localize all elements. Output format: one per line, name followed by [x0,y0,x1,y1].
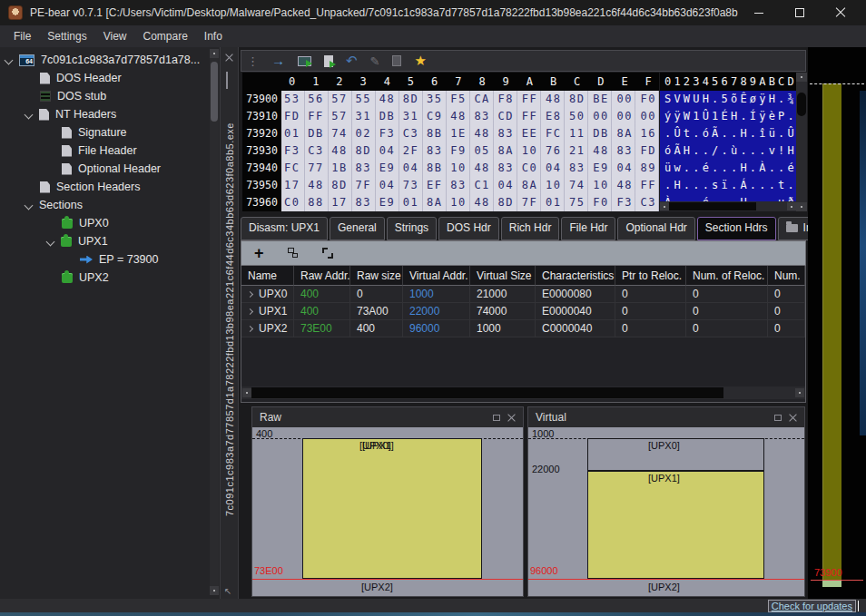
chevron-down-icon[interactable] [46,237,55,246]
menu-settings[interactable]: Settings [39,27,94,45]
file-minimap[interactable]: 73900 [808,47,866,599]
scroll-down-button[interactable] [796,202,807,211]
panel-close-icon[interactable] [789,414,797,422]
cell-characteristics[interactable]: C0000040 [536,320,615,337]
scroll-right-button[interactable] [795,388,804,397]
cell-virtual-size[interactable]: 74000 [470,303,536,320]
tree-item-section-headers[interactable]: Section Headers [0,178,220,196]
tab-optional-hdr[interactable]: Optional Hdr [617,217,694,240]
tree-item-sections[interactable]: Sections [0,196,220,214]
cell-raw-addr[interactable]: 400 [294,286,350,303]
ascii-vertical-scrollbar[interactable] [796,73,807,211]
tree-item-dos-stub[interactable]: DOS stub [0,87,220,105]
close-button[interactable] [820,0,861,25]
scroll-right-button[interactable] [787,202,796,210]
ascii-horizontal-scrollbar[interactable] [660,201,796,211]
cell-virtual-size[interactable]: 21000 [470,286,536,303]
cell-raw-size[interactable]: 73A00 [350,303,403,320]
check-updates-link[interactable]: Check for updates [768,600,856,612]
export-icon[interactable] [324,55,333,67]
chevron-right-icon[interactable] [247,308,253,314]
chevron-down-icon[interactable] [25,110,34,119]
toolbar-grip-icon[interactable]: ⋮ [247,54,259,68]
menu-info[interactable]: Info [196,27,231,45]
minimap-section-bar[interactable] [822,83,841,580]
chevron-down-icon[interactable] [5,55,14,64]
cell-characteristics[interactable]: E0000040 [536,303,615,320]
hex-byte-row[interactable]: FC 77 1B 83 E9 04 8B 10 48 83 C0 04 83 E… [281,160,659,177]
cell-virtual-addr[interactable]: 96000 [403,320,470,337]
scrollbar-thumb[interactable] [797,93,806,116]
cell-raw-addr[interactable]: 400 [294,303,350,320]
cell-raw-size[interactable]: 0 [350,286,403,303]
tab-dos-hdr[interactable]: DOS Hdr [438,217,499,240]
edit-pencil-icon[interactable]: ✎ [370,54,380,68]
column-header-num[interactable]: Num. [768,266,805,286]
table-horizontal-scrollbar[interactable] [241,386,805,399]
add-section-button[interactable]: + [254,245,264,261]
table-row-upx1-name[interactable]: UPX1 [241,303,294,320]
panel-float-icon[interactable] [493,415,500,421]
column-header-virtual-size[interactable]: Virtual Size [470,266,536,286]
column-header-ptr-reloc[interactable]: Ptr to Reloc. [615,266,686,286]
cell-ptr-reloc[interactable]: 0 [615,320,686,337]
follow-arrow-icon[interactable]: → [271,54,285,67]
tree-item-nt-headers[interactable]: NT Headers [0,105,220,123]
scrollbar-thumb[interactable] [211,62,218,122]
column-header-raw-size[interactable]: Raw size [350,266,403,286]
tree-item-root[interactable]: 64 7c091c1c983a7d77857d1a78... [0,51,220,69]
clipboard-icon[interactable] [392,55,401,66]
cell-virtual-addr[interactable]: 1000 [403,286,470,303]
ascii-row[interactable]: .H...sï.Á...t.Hÿ [660,177,796,194]
cell-ptr-reloc[interactable]: 0 [615,303,686,320]
tree-item-entry-point[interactable]: EP = 73900 [0,250,220,269]
tree-scrollbar[interactable] [210,49,219,595]
table-row-upx0-name[interactable]: UPX0 [241,286,294,303]
ascii-row[interactable]: SVWUH.5õÊøÿH.¾.ð [660,91,796,108]
tree-item-upx0[interactable]: UPX0 [0,214,220,232]
panel-float-icon[interactable] [774,415,782,421]
menu-view[interactable]: View [95,27,135,45]
cell-virtual-size[interactable]: 1000 [470,320,536,337]
cell-num[interactable]: 0 [768,303,805,320]
maximize-button[interactable] [779,0,820,25]
tab-general[interactable]: General [330,217,385,240]
favorite-star-icon[interactable]: ★ [414,53,426,69]
cell-num[interactable]: 0 [768,320,805,337]
dock-corner-icon[interactable]: ↖ [224,586,231,596]
cell-num[interactable]: 0 [768,286,805,303]
hex-byte-row[interactable]: 17 48 8D 7F 04 73 EF 83 C1 04 8A 10 74 1… [281,177,659,194]
tab-file-hdr[interactable]: File Hdr [561,217,615,240]
cell-num-reloc[interactable]: 0 [686,303,768,320]
fit-columns-icon[interactable] [322,248,333,259]
tree-item-upx2[interactable]: UPX2 [0,269,220,287]
column-header-virtual-addr[interactable]: Virtual Addr. [403,266,470,286]
ascii-row[interactable]: üw..é...H.À..é.. [660,160,796,177]
tree-item-file-header[interactable]: File Header [0,142,220,160]
scroll-down-button[interactable] [210,586,219,595]
cell-raw-addr[interactable]: 73E00 [294,320,350,337]
cell-raw-size[interactable]: 400 [350,320,403,337]
cell-num-reloc[interactable]: 0 [686,286,768,303]
panel-close-icon[interactable] [507,414,516,422]
tab-rich-hdr[interactable]: Rich Hdr [501,217,560,240]
hex-byte-row[interactable]: C0 88 17 83 E9 01 8A 10 48 8D 7F 01 75 F… [281,194,659,211]
tree-item-signature[interactable]: Signature [0,123,220,142]
cell-virtual-addr[interactable]: 22000 [403,303,470,320]
table-row-upx2-name[interactable]: UPX2 [241,320,294,337]
chevron-right-icon[interactable] [247,290,253,297]
tree-item-upx1[interactable]: UPX1 [0,232,220,250]
ascii-row[interactable]: .Ût.óÃ..H.îü.Û.. [660,125,796,142]
tree-item-optional-header[interactable]: Optional Header [0,160,220,178]
column-header-characteristics[interactable]: Characteristics [536,266,615,286]
tab-disasm-upx1[interactable]: Disasm: UPX1 [241,217,328,240]
scroll-up-button[interactable] [210,49,219,58]
cell-ptr-reloc[interactable]: 0 [615,286,686,303]
column-header-raw-addr[interactable]: Raw Addr. [294,266,350,286]
cell-characteristics[interactable]: E0000080 [536,286,615,303]
tab-section-hdrs[interactable]: Section Hdrs [697,217,776,240]
menu-compare[interactable]: Compare [135,27,196,45]
scrollbar-thumb[interactable] [251,387,723,398]
column-header-name[interactable]: Name [241,266,294,286]
chevron-down-icon[interactable] [25,200,34,210]
